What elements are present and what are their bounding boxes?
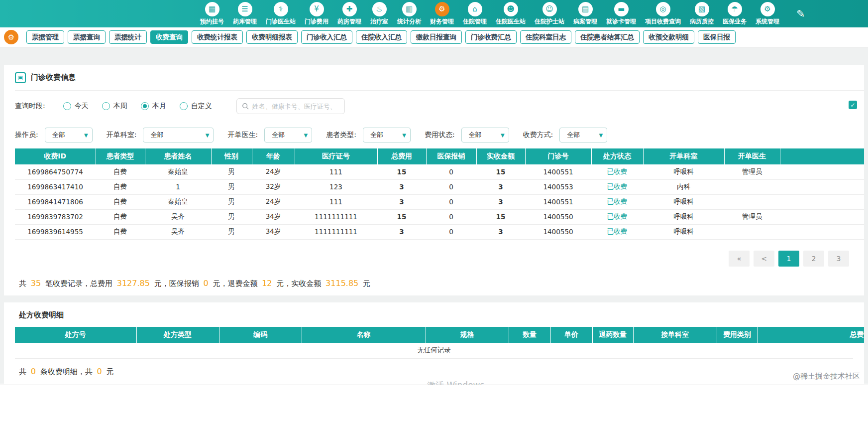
outpatient-charge-panel: ▣ 门诊收费信息 查询时段: 今天 本周 本月 [4, 65, 864, 295]
detail-table-header-row: 处方号 处方类型 编码 名称 规格 数量 单价 [15, 327, 864, 343]
summary-segment: 共 [19, 367, 29, 376]
filter-select[interactable]: 全部 ▼ [363, 128, 411, 142]
toolbar-button[interactable]: 住院收入汇总 [356, 30, 407, 44]
time-option-radio[interactable]: 今天 [63, 102, 89, 111]
nav-module-icon: ⚙ [760, 2, 775, 16]
page-button[interactable]: 1 [778, 251, 799, 267]
cell-dept: 呼吸科 [643, 209, 724, 224]
summary-segment: 元，退费金额 [213, 279, 260, 288]
cell-cert-no: 111 [295, 164, 377, 179]
search-icon [242, 103, 249, 110]
nav-item[interactable]: ☺ 住院护士站 [535, 2, 564, 26]
radio-circle-icon [102, 102, 110, 110]
cell-total-fee: 15 [377, 209, 426, 224]
page-button[interactable]: < [754, 251, 774, 267]
table-row[interactable]: 1699841471806 自费 秦始皇 男 24岁 111 3 0 3 140… [15, 194, 864, 209]
page-button[interactable]: 2 [803, 251, 824, 267]
toolbar-button[interactable]: 票据管理 [26, 30, 64, 44]
charge-table: 收费ID 患者类型 患者姓名 性别 年龄 医疗证号 总费用 [15, 148, 864, 240]
table-row[interactable]: 1699839614955 自费 吴齐 男 34岁 1111111111 3 0… [15, 224, 864, 239]
cell-cert-no: 1111111111 [295, 209, 377, 224]
summary-segment: 元 [107, 367, 114, 376]
page-button[interactable]: 3 [828, 251, 849, 267]
filter-label: 操作员: [15, 131, 38, 140]
detail-table-wrap: 处方号 处方类型 编码 名称 规格 数量 单价 [15, 327, 864, 343]
charge-table-header: 开单科室 [643, 148, 724, 164]
nav-item[interactable]: ⚕ 门诊医生站 [266, 2, 296, 26]
empty-records-message: 无任何记录 [15, 343, 853, 359]
nav-item[interactable]: ☰ 药库管理 [233, 2, 257, 26]
charge-table-header: 门诊号 [525, 148, 591, 164]
table-row[interactable]: 1699864750774 自费 秦始皇 男 24岁 111 15 0 15 1… [15, 164, 864, 179]
nav-module-icon: ⚙ [435, 2, 449, 16]
filter-select[interactable]: 全部 ▼ [264, 128, 312, 142]
nav-item[interactable]: ◎ 项目收费查询 [645, 2, 681, 26]
search-input[interactable] [252, 103, 339, 110]
nav-item[interactable]: ▦ 预约挂号 [200, 2, 224, 26]
summary-segment: 元，实收金额 [276, 279, 324, 288]
table-row[interactable]: 1699863417410 自费 1 男 32岁 123 3 0 3 14005… [15, 179, 864, 194]
nav-item[interactable]: ✚ 药房管理 [337, 2, 361, 26]
table-row[interactable]: 1699839783702 自费 吴齐 男 34岁 1111111111 15 … [15, 209, 864, 224]
cell-status-badge: 已收费 [591, 179, 643, 194]
filter-select-value: 全部 [370, 131, 383, 140]
filter-select[interactable]: 全部 ▼ [461, 128, 509, 142]
cell-age: 32岁 [252, 179, 295, 194]
nav-item[interactable]: ⌂ 住院管理 [463, 2, 487, 26]
nav-item[interactable]: ▤ 病案管理 [573, 2, 597, 26]
nav-item[interactable]: ♨ 治疗室 [370, 2, 388, 26]
toolbar-button[interactable]: 票据查询 [68, 30, 106, 44]
cell-age: 34岁 [252, 209, 295, 224]
filter-select[interactable]: 全部 ▼ [559, 128, 607, 142]
nav-item[interactable]: ▬ 就诊卡管理 [606, 2, 636, 26]
cell-sex: 男 [211, 194, 252, 209]
toolbar-button[interactable]: 住院患者结算汇总 [575, 30, 640, 44]
nav-item[interactable]: ▥ 统计分析 [397, 2, 421, 26]
filter-select-value: 全部 [52, 131, 65, 140]
nav-item[interactable]: ▧ 病历质控 [690, 2, 714, 26]
cell-patient-name: 秦始皇 [145, 164, 211, 179]
cell-age: 24岁 [252, 194, 295, 209]
cell-total-fee: 3 [377, 194, 426, 209]
charge-table-header: 总费用 [377, 148, 426, 164]
toolbar-button[interactable]: 票据统计 [109, 30, 147, 44]
toolbar-button[interactable]: 医保日报 [698, 30, 736, 44]
cell-total-fee: 15 [377, 164, 426, 179]
toolbar-button[interactable]: 收费统计报表 [192, 30, 243, 44]
filter-label: 开单医生: [227, 131, 258, 140]
edit-pencil-icon[interactable]: ✎ [796, 8, 805, 20]
select-checkbox[interactable]: ✓ [849, 101, 857, 109]
radio-circle-icon [141, 102, 149, 110]
page-button[interactable]: « [729, 251, 750, 267]
cell-insurance: 0 [426, 194, 476, 209]
toolbar-button[interactable]: 门诊收费汇总 [465, 30, 517, 44]
filter-select[interactable]: 全部 ▼ [45, 128, 93, 142]
nav-icon-glyph: ⚙ [764, 5, 770, 13]
nav-item-label: 治疗室 [370, 17, 388, 26]
summary-segment: 0 [97, 367, 102, 376]
cell-received: 3 [476, 224, 525, 239]
nav-module-icon: ⌂ [468, 2, 482, 16]
nav-item[interactable]: ¥ 门诊费用 [305, 2, 328, 26]
nav-item[interactable]: ⚙ 财务管理 [430, 2, 454, 26]
time-option-radio[interactable]: 本周 [102, 102, 127, 111]
filter-select[interactable]: 全部 ▼ [143, 128, 214, 142]
toolbar-button[interactable]: 缴款日报查询 [411, 30, 462, 44]
toolbar-button[interactable]: 收费明细报表 [246, 30, 298, 44]
cell-charge-id: 1699841471806 [15, 194, 96, 209]
nav-icon-glyph: ⚙ [438, 5, 445, 13]
nav-item[interactable]: ☻ 住院医生站 [496, 2, 526, 26]
nav-item[interactable]: ⚙ 系统管理 [756, 2, 779, 26]
toolbar-button[interactable]: 收预交款明细 [643, 30, 694, 44]
filter-group: 收费方式: 全部 ▼ [523, 128, 608, 142]
gear-icon[interactable]: ⚙ [4, 30, 18, 44]
toolbar-button[interactable]: 收费查询 [150, 30, 188, 44]
time-option-radio[interactable]: 本月 [141, 102, 166, 111]
time-option-radio[interactable]: 自定义 [180, 102, 212, 111]
toolbar-button[interactable]: 住院科室日志 [520, 30, 571, 44]
nav-item[interactable]: ☂ 医保业务 [723, 2, 747, 26]
toolbar-button[interactable]: 门诊收入汇总 [301, 30, 352, 44]
filter-label: 患者类型: [326, 131, 356, 140]
charge-table-header: 处方状态 [591, 148, 643, 164]
summary-segment: 笔收费记录，总费用 [45, 279, 115, 288]
